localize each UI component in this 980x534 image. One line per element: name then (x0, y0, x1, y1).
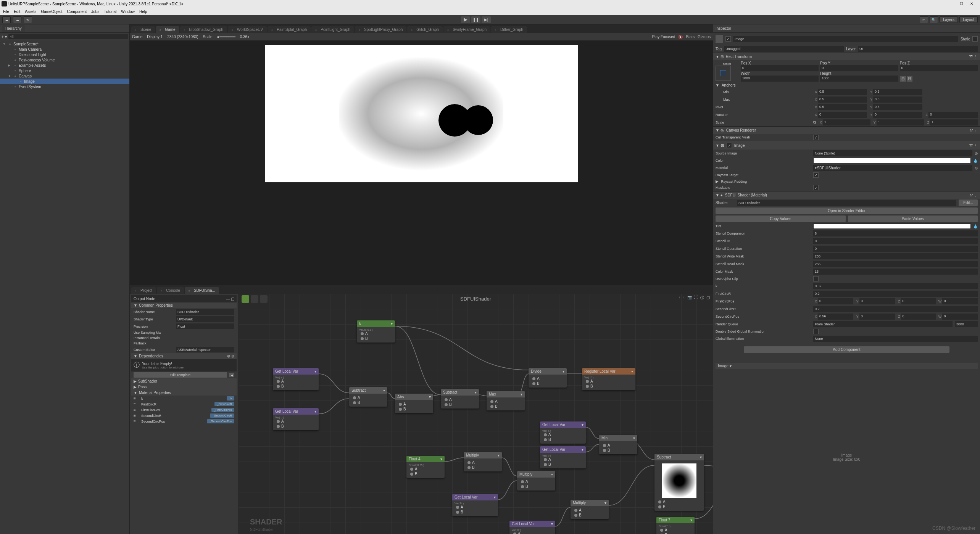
k-field[interactable]: 0.37 (813, 283, 978, 289)
image-component-header[interactable]: Image (734, 143, 745, 148)
shader-dropdown[interactable]: SDFUIShader (737, 200, 956, 206)
stencil-comp-field[interactable]: 8 (813, 230, 978, 236)
stats-button[interactable]: Stats (686, 35, 695, 39)
close-button[interactable]: ✕ (970, 2, 975, 6)
menu-assets[interactable]: Assets (25, 10, 36, 14)
node-sub3[interactable]: Subtract▾AB (654, 454, 704, 511)
step-button[interactable]: ▶| (482, 16, 491, 23)
image-enabled-checkbox[interactable] (727, 143, 732, 148)
tab-glitch-graph[interactable]: ▫Glitch_Graph (407, 26, 443, 33)
material-field[interactable]: ● SDFUIShader (813, 165, 972, 171)
cloud-button[interactable]: ☁ (13, 16, 21, 23)
menu-help[interactable]: Help (139, 10, 147, 14)
first-pos-w[interactable]: 0 (942, 298, 978, 304)
node-f4[interactable]: Float 4▾Const( 0.25 )AB (406, 456, 445, 478)
stencil-op-field[interactable]: 0 (813, 246, 978, 252)
anchor-preset-button[interactable] (716, 66, 731, 81)
tree-item-eventsystem[interactable]: ▫EventSystem (0, 84, 129, 89)
rot-y[interactable]: 0 (873, 112, 922, 118)
dependencies-header[interactable]: Dependencies (139, 354, 163, 358)
pos-x-field[interactable]: 0 (741, 65, 819, 71)
stencil-id-field[interactable]: 0 (813, 238, 978, 244)
shader-type-field[interactable]: UI/Default (176, 316, 234, 322)
source-image-field[interactable]: None (Sprite) (813, 150, 972, 156)
copy-values-button[interactable]: Copy Values (716, 216, 846, 222)
canvas-renderer-header[interactable]: Canvas Renderer (726, 128, 756, 132)
node-f7[interactable]: Float 7▾Const( 1 )AB (656, 517, 695, 534)
stencil-read-field[interactable]: 255 (813, 261, 978, 267)
anchor-max-y[interactable]: 0.5 (873, 97, 922, 103)
gameobject-name-field[interactable]: Image (733, 36, 958, 42)
search-button[interactable]: 🔍 (930, 16, 938, 23)
node-mul3[interactable]: Multiply▾AB (571, 500, 609, 519)
output-collapse-button[interactable]: — ▢ (226, 297, 234, 301)
layer-dropdown[interactable]: UI (858, 46, 978, 52)
edit-template-button[interactable]: Edit Template (134, 372, 227, 378)
first-pos-z[interactable]: 0 (901, 298, 936, 304)
precision-field[interactable]: Float (176, 323, 234, 329)
subshader-header[interactable]: SubShader (138, 379, 157, 383)
node-max[interactable]: Max▾AB (487, 391, 525, 410)
node-glv5[interactable]: Get Local Var▾Var( h' )AB (452, 494, 498, 516)
tree-item-sphere[interactable]: ▫Sphere (0, 68, 129, 73)
mat-prop-k[interactable]: ≡k_k (131, 396, 237, 401)
anchor-min-y[interactable]: 0.5 (873, 89, 922, 95)
tree-item-example-assets[interactable]: ▶▫Example Assets (0, 63, 129, 68)
bottom-tab-console[interactable]: ▫Console (157, 287, 184, 294)
hierarchy-tab[interactable]: Hierarchy (2, 25, 25, 32)
node-sub1[interactable]: Subtract▾AB (349, 387, 387, 407)
account-button[interactable]: ☁ (2, 16, 11, 23)
node-glv4[interactable]: Get Local Var▾Var( b )AB (540, 446, 586, 468)
node-glv6[interactable]: Get Local Var▾Var( h' )AB (509, 521, 555, 534)
node-min[interactable]: Min▾AB (599, 435, 637, 454)
menu-file[interactable]: File (3, 10, 9, 14)
share-icon[interactable]: ⋮⋮ (677, 295, 685, 301)
hierarchy-add-button[interactable]: + ▾ (2, 35, 7, 39)
maskable-checkbox[interactable] (813, 185, 819, 190)
tab-dither-graph[interactable]: ▫Dither_Graph (491, 26, 527, 33)
raw-edit-button[interactable]: R (907, 76, 912, 82)
second-pos-x[interactable]: 0.56 (818, 314, 853, 320)
menu-tutorial[interactable]: Tutorial (104, 10, 116, 14)
node-glv2[interactable]: Get Local Var▾Var( b )AB (273, 408, 319, 430)
tab-scene[interactable]: ▫Scene (131, 26, 155, 33)
second-pos-z[interactable]: 0 (901, 314, 936, 320)
raycast-target-checkbox[interactable] (813, 172, 819, 178)
inspector-tab[interactable]: Inspector (716, 26, 731, 31)
undo-button[interactable]: ⤺ (920, 16, 928, 23)
menu-gameobject[interactable]: GameObject (41, 10, 62, 14)
menu-window[interactable]: Window (121, 10, 135, 14)
menu-edit[interactable]: Edit (14, 10, 20, 14)
history-button[interactable]: ⟲ (24, 16, 32, 23)
rect-transform-header[interactable]: Rect Transform (726, 55, 752, 59)
pos-y-field[interactable]: 0 (820, 65, 898, 71)
stencil-write-field[interactable]: 255 (813, 253, 978, 259)
graph-save-button[interactable] (242, 295, 249, 303)
node-glv1[interactable]: Get Local Var▾Var( a )AB (273, 368, 319, 390)
hierarchy-search[interactable] (8, 34, 128, 39)
first-pos-x[interactable]: 0 (818, 298, 853, 304)
game-mode-dropdown[interactable]: Game (132, 35, 142, 39)
tree-item-post-process-volume[interactable]: ▫Post-process Volume (0, 57, 129, 63)
render-queue-value[interactable]: 3000 (955, 321, 978, 327)
edit-shader-button[interactable]: Edit... (959, 199, 978, 206)
bottom-tab-project[interactable]: ▫Project (131, 287, 156, 294)
tag-dropdown[interactable]: Untagged (724, 46, 844, 52)
second-pos-w[interactable]: 0 (942, 314, 978, 320)
scale-x[interactable]: 1 (823, 119, 870, 125)
render-queue-mode[interactable]: From Shader (813, 321, 953, 327)
custom-editor-field[interactable]: ASEMaterialInspector (176, 347, 234, 352)
tab-worldspaceuv[interactable]: ▫WorldSpaceUV (228, 26, 267, 33)
paste-values-button[interactable]: Paste Values (848, 216, 978, 222)
tab-swirlyframe-graph[interactable]: ▫SwirlyFrame_Graph (443, 26, 490, 33)
mat-prop-secondcircr[interactable]: ≡SecondCircR_SecondCircR (131, 413, 237, 418)
color-mask-field[interactable]: 15 (813, 269, 978, 275)
tree-item-main-camera[interactable]: ▫Main Camera (0, 47, 129, 52)
use-alpha-clip-checkbox[interactable] (813, 276, 819, 281)
bottom-tab-sdfuisha...[interactable]: ▫SDFUISha... (185, 287, 219, 294)
pivot-x[interactable]: 0.5 (818, 104, 867, 110)
graph-tool-3[interactable] (260, 295, 268, 303)
layers-dropdown[interactable]: Layers (940, 16, 958, 23)
tab-spotlightproxy-graph[interactable]: ▫SpotLightProxy_Graph (355, 26, 406, 33)
tree-item-image[interactable]: ▫Image (0, 79, 129, 84)
